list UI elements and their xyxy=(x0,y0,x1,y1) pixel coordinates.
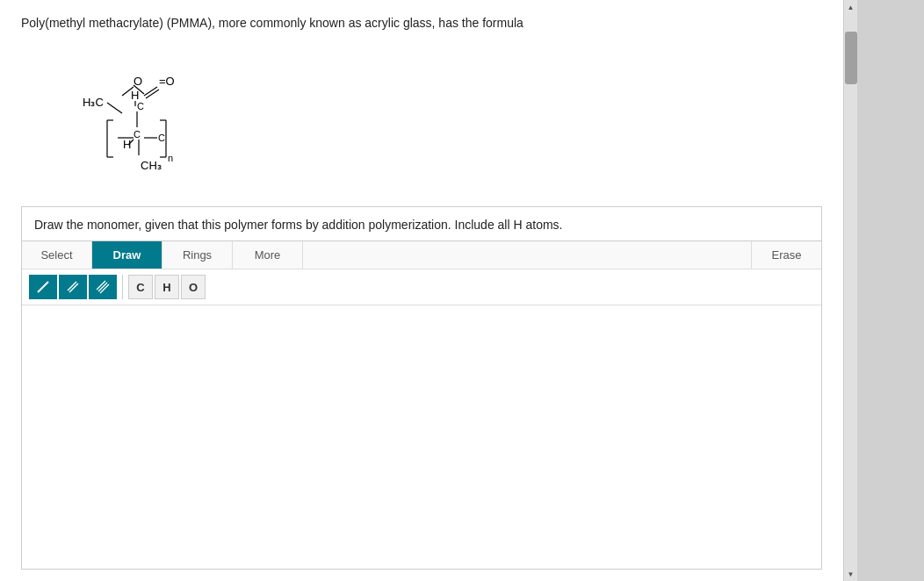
svg-line-3 xyxy=(146,90,159,98)
h3c-label: H₃C xyxy=(83,96,104,109)
question-box: Draw the monomer, given that this polyme… xyxy=(21,206,822,570)
c1-label: C xyxy=(137,101,144,111)
main-content: Poly(methyl methacrylate) (PMMA), more c… xyxy=(0,0,843,581)
svg-line-0 xyxy=(107,103,122,113)
erase-button[interactable]: Erase xyxy=(751,241,821,269)
drawing-area[interactable] xyxy=(22,305,821,569)
toolbar: Select Draw Rings More Erase xyxy=(22,241,821,269)
scrollbar-thumb[interactable] xyxy=(845,32,857,84)
select-button[interactable]: Select xyxy=(22,241,92,269)
sub-toolbar: C H O xyxy=(22,269,821,305)
h1-label: H xyxy=(131,89,139,102)
toolbar-separator xyxy=(122,275,123,299)
svg-line-17 xyxy=(38,282,48,292)
svg-line-2 xyxy=(144,87,157,96)
draw-button[interactable]: Draw xyxy=(92,241,162,269)
triple-bond-button[interactable] xyxy=(89,275,117,299)
rings-button[interactable]: Rings xyxy=(162,241,233,269)
scroll-up-arrow[interactable]: ▲ xyxy=(845,0,857,14)
question-text: Draw the monomer, given that this polyme… xyxy=(22,207,821,241)
carbon-atom-button[interactable]: C xyxy=(128,275,153,299)
oxygen-atom-button[interactable]: O xyxy=(181,275,206,299)
scrollbar: ▲ ▼ xyxy=(843,0,857,581)
intro-text: Poly(methyl methacrylate) (PMMA), more c… xyxy=(21,14,822,32)
h2-label: H xyxy=(123,138,131,151)
formula-container: H₃C O =O C H C xyxy=(30,43,822,192)
n-subscript: n xyxy=(168,153,173,163)
single-bond-button[interactable] xyxy=(29,275,57,299)
more-button[interactable]: More xyxy=(233,241,303,269)
scroll-down-arrow[interactable]: ▼ xyxy=(845,567,857,581)
c3-label: C xyxy=(158,133,165,143)
co-label: =O xyxy=(159,75,175,88)
ch3-label: CH₃ xyxy=(141,159,162,172)
double-bond-button[interactable] xyxy=(59,275,87,299)
hydrogen-atom-button[interactable]: H xyxy=(155,275,179,299)
pmma-formula: H₃C O =O C H C xyxy=(30,43,206,192)
c2-label: C xyxy=(134,129,141,140)
